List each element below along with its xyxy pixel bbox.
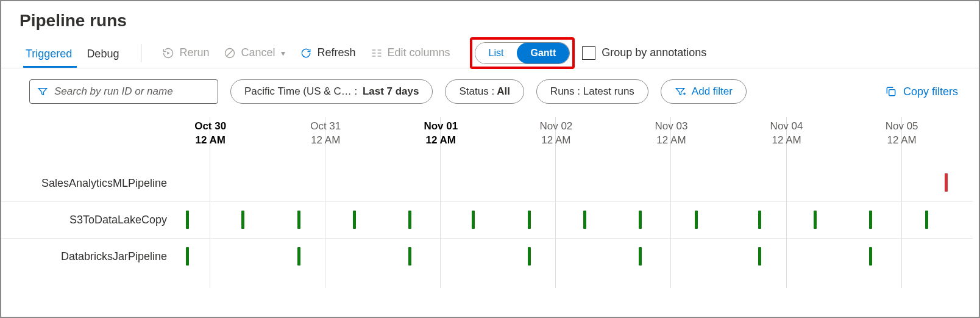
group-by-annotations-toggle[interactable]: Group by annotations bbox=[582, 46, 706, 60]
runs-label: Runs : bbox=[550, 85, 580, 98]
run-marker-success[interactable] bbox=[758, 247, 761, 266]
pipeline-name[interactable]: SalesAnalyticsMLPipeline bbox=[1, 165, 178, 201]
run-marker-success[interactable] bbox=[297, 211, 300, 229]
timeline-column-label: Nov 0212 AM bbox=[539, 117, 572, 148]
run-marker-success[interactable] bbox=[186, 247, 189, 266]
pipeline-runs-panel: Pipeline runs Triggered Debug Rerun Canc… bbox=[0, 0, 980, 318]
run-marker-success[interactable] bbox=[408, 247, 411, 266]
search-placeholder: Search by run ID or name bbox=[54, 85, 173, 98]
run-marker-success[interactable] bbox=[353, 211, 356, 229]
timeline-column-label: Nov 0512 AM bbox=[886, 117, 918, 148]
rerun-label: Rerun bbox=[179, 46, 209, 59]
edit-columns-label: Edit columns bbox=[388, 46, 450, 59]
refresh-button[interactable]: Refresh bbox=[293, 43, 363, 63]
run-marker-success[interactable] bbox=[528, 247, 531, 266]
group-by-label: Group by annotations bbox=[602, 46, 706, 59]
status-label: Status : bbox=[459, 85, 494, 98]
run-marker-success[interactable] bbox=[639, 211, 642, 229]
cancel-label: Cancel bbox=[241, 46, 275, 59]
timeline-column-label: Nov 0112 AM bbox=[424, 117, 458, 148]
gantt-chart: Oct 3012 AMOct 3112 AMNov 0112 AMNov 021… bbox=[1, 111, 979, 123]
svg-line-1 bbox=[227, 50, 233, 56]
run-marker-failed[interactable] bbox=[945, 173, 948, 192]
add-filter-icon bbox=[675, 86, 686, 97]
run-marker-success[interactable] bbox=[758, 211, 761, 229]
gantt-rows bbox=[178, 165, 973, 275]
cancel-icon bbox=[224, 47, 236, 59]
refresh-label: Refresh bbox=[317, 46, 355, 59]
add-filter-label: Add filter bbox=[692, 85, 733, 98]
run-type-tabs: Triggered Debug bbox=[20, 38, 127, 68]
run-marker-success[interactable] bbox=[695, 211, 698, 229]
status-value: All bbox=[497, 85, 510, 98]
toolbar: Triggered Debug Rerun Cancel ▾ Refresh E… bbox=[1, 35, 979, 68]
edit-columns-button[interactable]: Edit columns bbox=[363, 43, 458, 63]
view-gantt-option[interactable]: Gantt bbox=[517, 43, 569, 63]
copy-filters-label: Copy filters bbox=[903, 85, 958, 98]
rerun-button[interactable]: Rerun bbox=[155, 43, 216, 63]
run-marker-success[interactable] bbox=[408, 211, 411, 229]
view-toggle: List Gantt bbox=[475, 42, 570, 64]
run-marker-success[interactable] bbox=[528, 211, 531, 229]
run-marker-success[interactable] bbox=[869, 247, 872, 266]
tab-debug[interactable]: Debug bbox=[80, 43, 127, 68]
filter-timezone[interactable]: Pacific Time (US & C… : Last 7 days bbox=[230, 79, 433, 104]
tab-triggered[interactable]: Triggered bbox=[20, 43, 80, 68]
cancel-button[interactable]: Cancel ▾ bbox=[216, 43, 293, 63]
filter-bar: Search by run ID or name Pacific Time (U… bbox=[1, 68, 979, 111]
chevron-down-icon: ▾ bbox=[281, 48, 285, 58]
pipeline-name[interactable]: S3ToDataLakeCopy bbox=[1, 201, 178, 238]
checkbox-icon bbox=[582, 46, 595, 60]
run-marker-success[interactable] bbox=[639, 247, 642, 266]
run-marker-success[interactable] bbox=[925, 211, 928, 229]
run-marker-success[interactable] bbox=[869, 211, 872, 229]
run-marker-success[interactable] bbox=[814, 211, 817, 229]
pipeline-name[interactable]: DatabricksJarPipeline bbox=[1, 238, 178, 275]
copy-icon bbox=[885, 85, 897, 98]
add-filter-button[interactable]: Add filter bbox=[661, 79, 747, 104]
svg-rect-10 bbox=[889, 90, 895, 96]
gantt-row bbox=[178, 201, 973, 238]
tz-label: Pacific Time (US & C… bbox=[244, 85, 352, 98]
gantt-row bbox=[178, 238, 973, 275]
filter-runs[interactable]: Runs : Latest runs bbox=[536, 79, 648, 104]
search-input[interactable]: Search by run ID or name bbox=[29, 79, 218, 104]
timeline-column-label: Oct 3012 AM bbox=[194, 117, 226, 148]
timeline-column-label: Oct 3112 AM bbox=[310, 117, 341, 148]
page-title: Pipeline runs bbox=[1, 1, 979, 35]
gantt-row bbox=[178, 165, 973, 201]
view-list-option[interactable]: List bbox=[475, 43, 517, 63]
view-toggle-highlight: List Gantt bbox=[470, 37, 575, 69]
refresh-icon bbox=[300, 47, 312, 59]
timeline-column-label: Nov 0412 AM bbox=[770, 117, 803, 148]
run-marker-success[interactable] bbox=[186, 211, 189, 229]
run-marker-success[interactable] bbox=[297, 247, 300, 266]
timeline-column-label: Nov 0312 AM bbox=[655, 117, 688, 148]
filter-status[interactable]: Status : All bbox=[445, 79, 524, 104]
run-marker-success[interactable] bbox=[472, 211, 475, 229]
columns-icon bbox=[371, 47, 383, 59]
run-marker-success[interactable] bbox=[583, 211, 586, 229]
copy-filters-button[interactable]: Copy filters bbox=[885, 85, 964, 98]
separator bbox=[141, 44, 141, 62]
runs-value: Latest runs bbox=[583, 85, 634, 98]
tz-value: Last 7 days bbox=[363, 85, 419, 98]
filter-icon bbox=[37, 86, 48, 97]
pipeline-names-column: SalesAnalyticsMLPipelineS3ToDataLakeCopy… bbox=[1, 165, 178, 275]
run-marker-success[interactable] bbox=[241, 211, 244, 229]
rerun-icon bbox=[162, 47, 174, 59]
